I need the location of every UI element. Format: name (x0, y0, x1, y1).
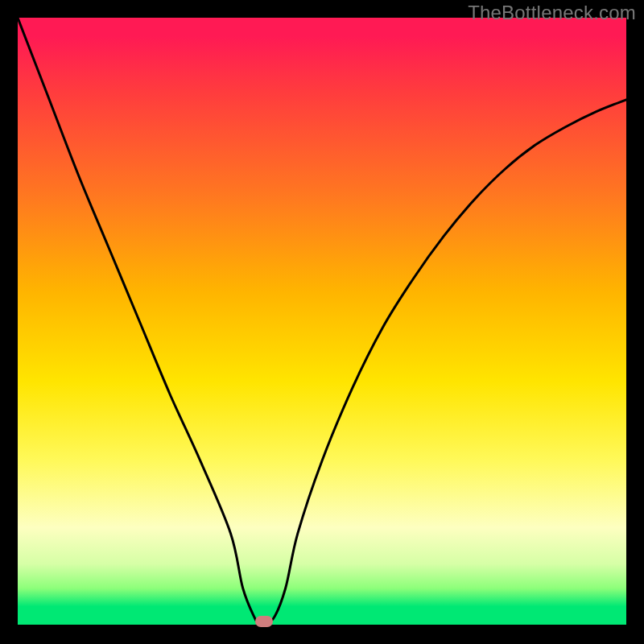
watermark-text: TheBottleneck.com (468, 2, 636, 24)
bottleneck-curve (18, 18, 626, 625)
chart-stage: TheBottleneck.com (0, 0, 644, 644)
plot-area (18, 18, 626, 625)
optimum-marker (255, 616, 273, 627)
